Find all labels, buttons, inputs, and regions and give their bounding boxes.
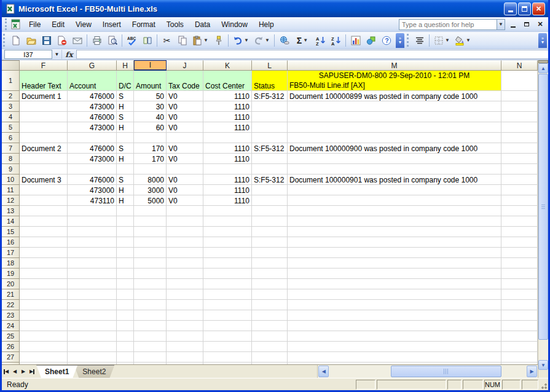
print-button[interactable] — [90, 34, 104, 47]
cell-J26[interactable] — [167, 342, 203, 352]
new-document-button[interactable] — [9, 34, 23, 47]
cell-K3[interactable]: 1110 — [203, 101, 252, 112]
cell-J28[interactable] — [167, 363, 203, 364]
cell-H2[interactable]: S — [117, 91, 134, 101]
row-header-20[interactable]: 20 — [2, 279, 20, 289]
cell-M24[interactable] — [288, 321, 501, 331]
cell-F15[interactable] — [20, 227, 68, 237]
cell-K21[interactable] — [203, 289, 252, 300]
row-header-4[interactable]: 4 — [2, 112, 20, 122]
row-header-11[interactable]: 11 — [2, 185, 20, 195]
cell-H3[interactable]: H — [117, 101, 134, 112]
cell-K1[interactable]: Cost Center — [203, 71, 252, 91]
print-preview-button[interactable] — [105, 34, 119, 47]
cell-K8[interactable]: 1110 — [203, 154, 252, 164]
fill-color-button[interactable]: ▼ — [453, 34, 473, 47]
autosum-button[interactable]: Σ▼ — [293, 34, 312, 47]
cell-J22[interactable] — [167, 300, 203, 310]
fill-color-dropdown-icon[interactable]: ▼ — [466, 37, 471, 43]
cell-J16[interactable] — [167, 237, 203, 248]
name-box-dropdown-icon[interactable]: ▼ — [52, 50, 61, 59]
row-header-16[interactable]: 16 — [2, 237, 20, 248]
cell-G19[interactable] — [68, 269, 117, 279]
cell-N15[interactable] — [501, 227, 538, 237]
cell-K15[interactable] — [203, 227, 252, 237]
row-header-25[interactable]: 25 — [2, 331, 20, 342]
cell-L4[interactable] — [252, 112, 288, 122]
cell-K11[interactable]: 1110 — [203, 185, 252, 195]
menu-edit[interactable]: Edit — [46, 18, 70, 31]
cell-H11[interactable]: H — [117, 185, 134, 195]
help-question-input[interactable] — [399, 19, 497, 30]
cell-L28[interactable] — [252, 363, 288, 364]
cell-J12[interactable]: V0 — [167, 195, 203, 206]
cell-N26[interactable] — [501, 342, 538, 352]
column-header-K[interactable]: K — [203, 60, 252, 71]
cell-F27[interactable] — [20, 352, 68, 363]
cell-K23[interactable] — [203, 310, 252, 321]
cell-L13[interactable] — [252, 206, 288, 216]
column-header-N[interactable]: N — [501, 60, 538, 71]
cell-J11[interactable]: V0 — [167, 185, 203, 195]
sort-ascending-button[interactable]: AZ — [313, 34, 328, 47]
cell-I9[interactable] — [134, 164, 167, 174]
cell-I13[interactable] — [134, 206, 167, 216]
cell-I27[interactable] — [134, 352, 167, 363]
cell-F20[interactable] — [20, 279, 68, 289]
cell-K10[interactable]: 1110 — [203, 174, 252, 185]
cell-H19[interactable] — [117, 269, 134, 279]
cell-F9[interactable] — [20, 164, 68, 174]
cell-K7[interactable]: 1110 — [203, 143, 252, 154]
cell-J1[interactable]: Tax Code — [167, 71, 203, 91]
cell-M19[interactable] — [288, 269, 501, 279]
cell-N27[interactable] — [501, 352, 538, 363]
cell-F7[interactable]: Document 2 — [20, 143, 68, 154]
cell-L10[interactable]: S:F5-312 — [252, 174, 288, 185]
cell-N13[interactable] — [501, 206, 538, 216]
cell-G16[interactable] — [68, 237, 117, 248]
cell-G14[interactable] — [68, 216, 117, 227]
cell-I16[interactable] — [134, 237, 167, 248]
cell-J6[interactable] — [167, 133, 203, 143]
cell-F25[interactable] — [20, 331, 68, 342]
column-header-M[interactable]: M — [288, 60, 501, 71]
drawing-button[interactable] — [364, 34, 378, 47]
row-header-26[interactable]: 26 — [2, 342, 20, 352]
resize-grip-icon[interactable] — [540, 380, 548, 390]
name-box[interactable]: I37 — [4, 50, 52, 59]
cell-N24[interactable] — [501, 321, 538, 331]
cell-I22[interactable] — [134, 300, 167, 310]
cell-N4[interactable] — [501, 112, 538, 122]
column-header-F[interactable]: F — [20, 60, 68, 71]
cell-H1[interactable]: D/C — [117, 71, 134, 91]
cell-G18[interactable] — [68, 258, 117, 269]
minimize-workbook-button[interactable] — [508, 20, 519, 29]
cell-L24[interactable] — [252, 321, 288, 331]
cell-G8[interactable]: 473000 — [68, 154, 117, 164]
workbook-icon[interactable] — [10, 19, 21, 29]
cell-J15[interactable] — [167, 227, 203, 237]
cell-K28[interactable] — [203, 363, 252, 364]
cell-I18[interactable] — [134, 258, 167, 269]
cell-J14[interactable] — [167, 216, 203, 227]
menu-view[interactable]: View — [70, 18, 97, 31]
cell-I10[interactable]: 8000 — [134, 174, 167, 185]
cell-I21[interactable] — [134, 289, 167, 300]
row-header-7[interactable]: 7 — [2, 143, 20, 154]
cell-K14[interactable] — [203, 216, 252, 227]
cell-M8[interactable] — [288, 154, 501, 164]
paste-dropdown-icon[interactable]: ▼ — [203, 37, 208, 43]
cell-F22[interactable] — [20, 300, 68, 310]
row-header-6[interactable]: 6 — [2, 133, 20, 143]
cell-L19[interactable] — [252, 269, 288, 279]
cell-H18[interactable] — [117, 258, 134, 269]
row-header-5[interactable]: 5 — [2, 122, 20, 133]
cell-I28[interactable] — [134, 363, 167, 364]
sheet-tab-sheet2[interactable]: Sheet2 — [74, 365, 114, 378]
align-center-button[interactable] — [412, 34, 426, 47]
undo-button[interactable]: ▼ — [231, 34, 251, 47]
horizontal-scroll-track[interactable] — [329, 365, 526, 378]
cell-F12[interactable] — [20, 195, 68, 206]
toolbar-options-2-icon[interactable]: »▼ — [538, 33, 547, 48]
spelling-button[interactable]: ABC — [125, 34, 139, 47]
